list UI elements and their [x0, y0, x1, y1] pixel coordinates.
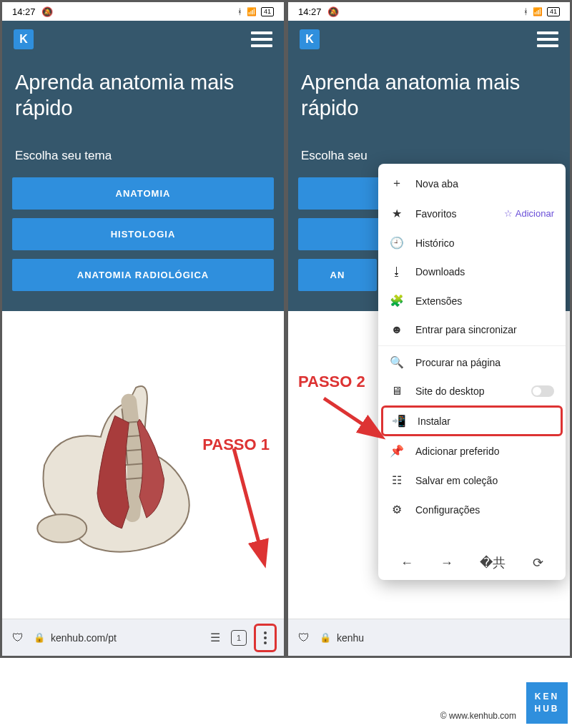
plus-icon: ＋ [390, 176, 404, 191]
history-icon: 🕘 [390, 236, 404, 250]
menu-extensions[interactable]: 🧩Extensões [378, 286, 566, 315]
url-text: kenhu [337, 632, 364, 644]
user-icon: ☻ [390, 323, 404, 336]
phone-left: 14:27 🔕 ᚼ 📶 41 K Aprenda anatomia mais r… [0, 0, 286, 658]
url-bar[interactable]: 🔒 kenhub.com/pt [34, 632, 199, 644]
hamburger-menu-icon[interactable] [251, 31, 272, 47]
url-bar[interactable]: 🔒 kenhu [320, 632, 563, 644]
browser-bottom-bar: 🛡 🔒 kenhu [288, 619, 570, 656]
phone-pair: 14:27 🔕 ᚼ 📶 41 K Aprenda anatomia mais r… [0, 0, 572, 658]
svg-point-0 [37, 514, 87, 542]
browser-bottom-bar: 🛡 🔒 kenhub.com/pt ☰ 1 [2, 619, 284, 656]
kenhub-logo[interactable]: K [14, 29, 34, 49]
menu-add-preferred[interactable]: 📌Adicionar preferido [378, 436, 566, 466]
subheading: Escolha seu tema [2, 127, 284, 173]
url-text: kenhub.com/pt [51, 632, 117, 644]
install-icon: 📲 [392, 414, 406, 428]
menu-find[interactable]: 🔍Procurar na página [378, 348, 566, 377]
hamburger-menu-icon[interactable] [537, 31, 558, 47]
footer: © www.kenhub.com KEN HUB [0, 658, 572, 728]
status-time: 14:27 [12, 6, 36, 17]
back-icon[interactable]: ← [400, 556, 413, 571]
star-outline-icon: ☆ [504, 208, 513, 219]
anatomy-illustration [2, 311, 284, 619]
tab-count[interactable]: 1 [231, 630, 247, 646]
menu-separator [378, 345, 566, 346]
topic-radiologica-button[interactable]: ANATOMIA RADIOLÓGICA [12, 259, 274, 291]
pin-icon: 📌 [390, 444, 404, 458]
menu-sync[interactable]: ☻Entrar para sincronizar [378, 315, 566, 344]
forward-icon[interactable]: → [440, 556, 453, 571]
bluetooth-icon: ᚼ [237, 7, 242, 16]
alarm-off-icon: 🔕 [41, 6, 53, 17]
star-filled-icon: ★ [390, 207, 404, 220]
shield-icon[interactable]: 🛡 [295, 629, 312, 646]
add-favorite-link[interactable]: ☆Adicionar [504, 208, 554, 219]
kenhub-logo[interactable]: K [300, 29, 320, 49]
menu-favorites[interactable]: ★Favoritos☆Adicionar [378, 199, 566, 228]
signal-icon: 📶 [247, 7, 257, 16]
topic-anatomia-button[interactable]: ANATOMIA [12, 177, 274, 210]
status-bar: 14:27 🔕 ᚼ 📶 41 [288, 2, 570, 21]
app-header: K [288, 21, 570, 56]
reader-mode-icon[interactable]: ☰ [207, 629, 224, 646]
desktop-icon: 🖥 [390, 385, 404, 398]
gear-icon: ⚙ [390, 503, 404, 516]
topic-radiologica-button-partial[interactable]: AN [298, 259, 377, 291]
menu-save-collection[interactable]: ☷Salvar em coleção [378, 466, 566, 495]
overflow-menu-button[interactable] [254, 624, 277, 652]
desktop-site-toggle[interactable] [531, 385, 554, 397]
share-icon[interactable]: �共 [480, 554, 506, 571]
menu-history[interactable]: 🕘Histórico [378, 228, 566, 257]
signal-icon: 📶 [533, 7, 543, 16]
download-icon: ⭳ [390, 265, 404, 278]
menu-settings[interactable]: ⚙Configurações [378, 495, 566, 524]
browser-overflow-menu: ＋Nova aba ★Favoritos☆Adicionar 🕘Históric… [378, 164, 566, 580]
menu-desktop-site[interactable]: 🖥Site do desktop [378, 377, 566, 405]
lock-icon: 🔒 [34, 632, 45, 643]
status-bar: 14:27 🔕 ᚼ 📶 41 [2, 2, 284, 21]
alarm-off-icon: 🔕 [327, 6, 339, 17]
kenhub-brand-square: KEN HUB [526, 682, 568, 724]
hero-title: Aprenda anatomia mais rápido [288, 56, 570, 127]
reload-icon[interactable]: ⟳ [533, 555, 543, 571]
topic-histologia-button[interactable]: HISTOLOGIA [12, 218, 274, 250]
menu-install[interactable]: 📲Instalar [381, 405, 563, 436]
battery-icon: 41 [547, 7, 560, 16]
phone-right: 14:27 🔕 ᚼ 📶 41 K Aprenda anatomia mais r… [286, 0, 572, 658]
menu-nav-row: ← → �共 ⟳ [378, 547, 566, 576]
shield-icon[interactable]: 🛡 [9, 629, 26, 646]
lock-icon: 🔒 [320, 632, 331, 643]
app-viewport: K Aprenda anatomia mais rápido Escolha s… [288, 21, 570, 619]
status-time: 14:27 [298, 6, 322, 17]
battery-icon: 41 [261, 7, 274, 16]
app-viewport: K Aprenda anatomia mais rápido Escolha s… [2, 21, 284, 619]
copyright-text: © www.kenhub.com [440, 711, 516, 721]
puzzle-icon: 🧩 [390, 294, 404, 308]
menu-new-tab[interactable]: ＋Nova aba [378, 168, 566, 199]
collection-icon: ☷ [390, 473, 404, 487]
menu-downloads[interactable]: ⭳Downloads [378, 257, 566, 286]
app-header: K [2, 21, 284, 56]
search-icon: 🔍 [390, 355, 404, 369]
hero-title: Aprenda anatomia mais rápido [2, 56, 284, 127]
bluetooth-icon: ᚼ [523, 7, 528, 16]
